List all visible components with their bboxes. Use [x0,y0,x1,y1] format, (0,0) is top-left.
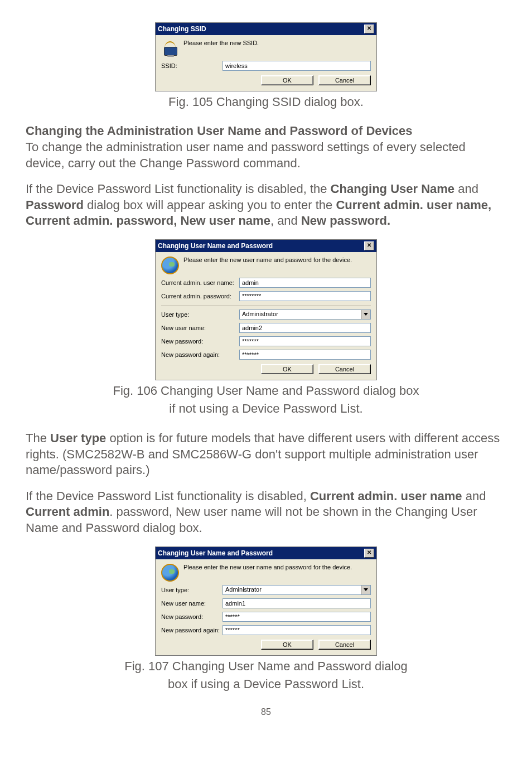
bold-text: Current admin. user name [310,489,462,503]
cancel-button[interactable]: Cancel [318,75,371,85]
section-heading: Changing the Administration User Name an… [26,124,506,138]
figure-caption: Fig. 106 Changing User Name and Password… [26,384,506,398]
wireless-icon [161,40,179,57]
globe-icon [161,564,179,582]
divider [161,306,371,306]
cancel-button[interactable]: Cancel [318,364,371,374]
paragraph: To change the administration user name a… [26,139,506,171]
ssid-label: SSID: [161,62,223,69]
dialog-message: Please enter the new user name and passw… [183,257,352,263]
bold-text: Current admin [26,505,109,519]
text: , and [270,214,301,228]
text: and [454,182,478,196]
user-type-select[interactable]: Administrator [239,309,371,320]
new-username-input[interactable] [239,323,371,333]
user-type-value: Administrator [240,310,361,319]
ok-button[interactable]: OK [261,640,313,650]
user-type-label: User type: [161,587,223,593]
ssid-input[interactable] [223,61,371,71]
new-username-label: New user name: [161,325,239,331]
current-admin-password-label: Current admin. password: [161,293,239,299]
text: dialog box will appear asking you to ent… [84,198,336,212]
bold-text: User type [50,431,106,445]
page-number: 85 [26,707,506,717]
user-type-label: User type: [161,311,239,318]
dialog-title: Changing User Name and Password [158,549,273,557]
paragraph: If the Device Password List functionalit… [26,181,506,229]
new-password-again-label: New password again: [161,627,223,633]
new-password-again-input[interactable] [223,625,371,635]
new-password-label: New password: [161,338,239,345]
paragraph: The User type option is for future model… [26,430,506,478]
current-admin-username-input[interactable] [239,278,371,288]
close-icon[interactable]: ✕ [364,549,374,558]
bold-text: New password. [301,214,390,228]
ok-button[interactable]: OK [261,364,313,374]
new-password-again-label: New password again: [161,351,239,358]
text: If the Device Password List functionalit… [26,182,331,196]
dialog-title: Changing User Name and Password [158,242,273,250]
dialog-title: Changing SSID [158,25,206,33]
new-password-label: New password: [161,613,223,620]
figure-caption: if not using a Device Password List. [26,401,506,416]
user-type-value: Administrator [223,586,361,594]
titlebar: Changing User Name and Password ✕ [156,240,376,252]
dialog-message: Please enter the new user name and passw… [183,564,352,570]
new-username-input[interactable] [223,598,371,608]
figure-caption: Fig. 105 Changing SSID dialog box. [26,95,506,109]
user-type-select[interactable]: Administrator [223,585,371,595]
text: The [26,431,50,445]
changing-ssid-dialog: Changing SSID ✕ Please enter the new SSI… [155,22,377,91]
paragraph: If the Device Password List functionalit… [26,488,506,536]
chevron-down-icon[interactable] [361,310,370,319]
titlebar: Changing User Name and Password ✕ [156,547,376,559]
new-username-label: New user name: [161,600,223,607]
cancel-button[interactable]: Cancel [318,640,371,650]
current-admin-username-label: Current admin. user name: [161,279,239,286]
figure-caption: box if using a Device Password List. [26,677,506,691]
bold-text: Password [26,198,84,212]
new-password-again-input[interactable] [239,350,371,360]
close-icon[interactable]: ✕ [364,25,374,33]
ok-button[interactable]: OK [261,75,313,85]
new-password-input[interactable] [239,336,371,346]
dialog-message: Please enter the new SSID. [183,40,259,46]
globe-icon [161,257,179,274]
changing-username-password-dialog: Changing User Name and Password ✕ Please… [155,546,377,656]
new-password-input[interactable] [223,612,371,622]
changing-username-password-dialog: Changing User Name and Password ✕ Please… [155,239,377,380]
chevron-down-icon[interactable] [361,586,370,594]
figure-caption: Fig. 107 Changing User Name and Password… [26,659,506,674]
text: and [462,489,486,503]
text: If the Device Password List functionalit… [26,489,310,503]
current-admin-password-input[interactable] [239,291,371,301]
close-icon[interactable]: ✕ [364,241,374,250]
bold-text: Changing User Name [331,182,455,196]
titlebar: Changing SSID ✕ [156,23,376,35]
